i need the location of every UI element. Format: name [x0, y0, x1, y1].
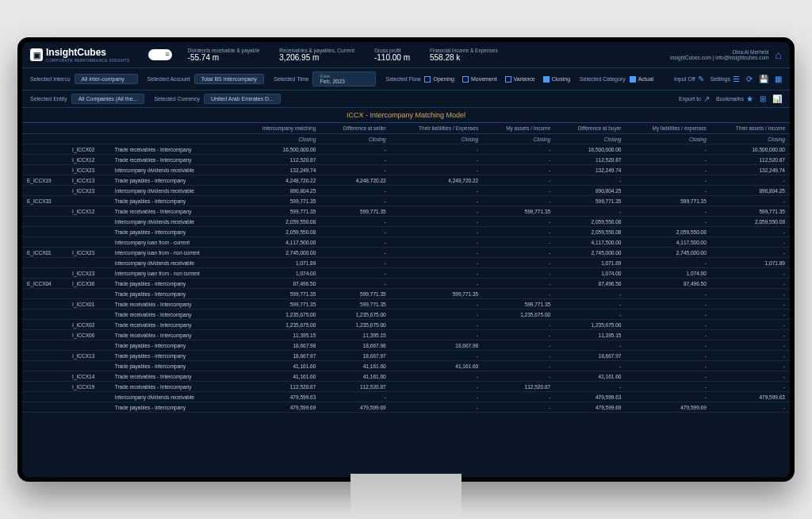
table-row[interactable]: Intercompany loan from - current4,117,50… — [22, 237, 790, 248]
filter-time: Selected Time Date Feb, 2023 — [274, 71, 376, 86]
view-toggle[interactable] — [148, 49, 172, 60]
report-title: ICCX - Intercompany Matching Model — [22, 108, 790, 123]
monitor-frame: ▣ InsightCubes CORPORATE PERFORMANCE INS… — [17, 37, 795, 482]
pencil-icon: ✎ — [698, 75, 704, 83]
filter-bar: Selected Interco All inter-company Selec… — [22, 68, 790, 90]
chart-icon[interactable]: 📊 — [772, 94, 782, 103]
bookmarks-button[interactable]: Bookmarks★ — [716, 94, 753, 103]
table-row[interactable]: Intercompany dividends receivable1,071.8… — [22, 258, 790, 268]
table-row[interactable]: I_ICCX02Trade receivables - Intercompany… — [22, 320, 790, 330]
app-screen: ▣ InsightCubes CORPORATE PERFORMANCE INS… — [22, 42, 790, 477]
checkbox-icon — [630, 76, 636, 83]
table-row[interactable]: Trade payables - intercompany2,059,550.0… — [22, 227, 790, 237]
table-row[interactable]: I_ICCX23Intercompany loan from - non cur… — [22, 268, 790, 279]
export-button[interactable]: Export to↗ — [679, 94, 710, 103]
metric: Dividends receivable & payable-55.74 m — [188, 48, 260, 62]
filter-entity: Selected Entity All Companies (All the..… — [30, 94, 144, 104]
table-row[interactable]: Trade payables - intercompany41,161.6041… — [22, 361, 790, 371]
action-bar-2: Export to↗ Bookmarks★ ⊞ 📊 — [679, 94, 782, 103]
table-row[interactable]: E_ICCX33Trade payables - intercompany599… — [22, 196, 790, 206]
bookmark-icon: ★ — [746, 94, 753, 103]
flow-check-opening[interactable]: Opening — [424, 76, 454, 83]
column-header[interactable] — [110, 123, 236, 134]
table-row[interactable]: Intercompany dividends receivable2,059,5… — [22, 217, 790, 227]
filter-flow: Selected Flow OpeningMovementVarianceClo… — [385, 76, 570, 83]
metric: Gross profit-110.00 m — [374, 48, 410, 62]
cat-check-actual[interactable]: Actual — [630, 76, 653, 83]
logo-icon: ▣ — [30, 48, 43, 61]
filter-interco: Selected Interco All inter-company — [30, 74, 138, 84]
flow-check-variance[interactable]: Variance — [505, 76, 535, 83]
home-icon[interactable]: ⌂ — [776, 48, 782, 61]
metrics-bar: Dividends receivable & payable-55.74 mRe… — [188, 48, 670, 62]
table-row[interactable]: Trade receivables - Intercompany1,235,67… — [22, 309, 790, 320]
flow-check-movement[interactable]: Movement — [462, 76, 497, 83]
matching-table: Intercompany matchingDifference at selle… — [22, 123, 790, 413]
table-row[interactable]: I_ICCX23Intercompany dividends receivabl… — [22, 165, 790, 175]
column-header[interactable]: Difference at buyer — [555, 123, 626, 134]
column-header[interactable] — [67, 123, 110, 134]
column-header[interactable]: Difference at seller — [320, 123, 390, 134]
user-name: Dina Al Merhebi — [670, 49, 769, 55]
table-row[interactable]: E_ICCX04I_ICCX36Trade payables - interco… — [22, 279, 790, 289]
column-header[interactable] — [22, 123, 67, 134]
metric: Receivables & payables, Current3,206.95 … — [279, 48, 354, 62]
metric: Financial Income & Expenses558.28 k — [430, 48, 498, 62]
table-row[interactable]: Trade payables - intercompany479,599.694… — [22, 402, 790, 413]
column-header[interactable]: Intercompany matching — [236, 123, 320, 134]
data-grid[interactable]: Intercompany matchingDifference at selle… — [22, 123, 790, 475]
filter-account: Selected Account Total BS Intercompany — [147, 74, 265, 84]
filter-currency: Selected Currency United Arab Emirates D… — [154, 94, 281, 104]
table-row[interactable]: I_ICCX14Trade receivables - Intercompany… — [22, 371, 790, 382]
table-row[interactable]: I_ICCX23Intercompany dividends receivabl… — [22, 186, 790, 196]
column-header[interactable]: Their liabilities / Expenses — [391, 123, 484, 134]
table-row[interactable]: I_ICCX13Trade payables - intercompany18,… — [22, 351, 790, 361]
time-select[interactable]: Date Feb, 2023 — [312, 71, 376, 86]
input-toggle[interactable]: Input Off✎ — [674, 75, 704, 83]
table-row[interactable]: E_ICCX01I_ICCX23Intercompany loan from -… — [22, 248, 790, 258]
filter-bar-2: Selected Entity All Companies (All the..… — [22, 90, 790, 108]
checkbox-icon — [462, 76, 469, 83]
table-row[interactable]: E_ICCX19I_ICCX13Trade payables - interco… — [22, 175, 790, 186]
checkbox-icon — [543, 76, 550, 83]
flow-check-closing[interactable]: Closing — [543, 76, 570, 83]
table-row[interactable]: I_ICCX12Trade receivables - Intercompany… — [22, 206, 790, 217]
table-row[interactable]: I_ICCX02Trade receivables - Intercompany… — [22, 144, 790, 155]
filter-category: Selected Category Actual — [580, 76, 653, 83]
column-header[interactable]: My liabilities / expenses — [626, 123, 710, 134]
user-contact: InsightCubes.com | info@insightcubes.com — [670, 55, 769, 60]
topbar: ▣ InsightCubes CORPORATE PERFORMANCE INS… — [22, 42, 790, 68]
user-info: Dina Al Merhebi InsightCubes.com | info@… — [670, 49, 769, 60]
settings-button[interactable]: Settings☰ — [710, 75, 740, 83]
currency-select[interactable]: United Arab Emirates D... — [204, 94, 281, 104]
interco-select[interactable]: All inter-company — [75, 74, 138, 84]
refresh-icon[interactable]: ⟳ — [746, 75, 753, 83]
column-header[interactable]: My assets / Income — [483, 123, 555, 134]
table-row[interactable]: I_ICCX01Trade receivables - Intercompany… — [22, 299, 790, 309]
checkbox-icon — [424, 76, 431, 83]
table-row[interactable]: Trade payables - intercompany599,771.355… — [22, 289, 790, 299]
table-row[interactable]: I_ICCX19Trade receivables - Intercompany… — [22, 382, 790, 392]
column-header[interactable]: Their assets / Income — [711, 123, 790, 134]
action-bar: Input Off✎ Settings☰ ⟳ 💾 ▦ — [674, 75, 782, 83]
table-row[interactable]: I_ICCX12Trade receivables - Intercompany… — [22, 155, 790, 165]
table-row[interactable]: Intercompany dividends receivable479,599… — [22, 392, 790, 402]
table-row[interactable]: I_ICCX06Trade receivables - Intercompany… — [22, 330, 790, 340]
sliders-icon: ☰ — [733, 75, 740, 83]
checkbox-icon — [505, 76, 511, 83]
table-icon[interactable]: ⊞ — [760, 94, 766, 103]
brand-name: InsightCubes — [46, 47, 130, 58]
save-icon[interactable]: 💾 — [759, 75, 768, 83]
entity-select[interactable]: All Companies (All the... — [71, 94, 145, 104]
table-row[interactable]: Trade payables - intercompany18,667.9818… — [22, 340, 790, 351]
account-select[interactable]: Total BS Intercompany — [194, 74, 264, 84]
export-icon: ↗ — [703, 94, 710, 103]
grid-icon[interactable]: ▦ — [775, 75, 782, 83]
brand-tagline: CORPORATE PERFORMANCE INSIGHTS — [46, 58, 130, 63]
logo[interactable]: ▣ InsightCubes CORPORATE PERFORMANCE INS… — [30, 47, 130, 63]
